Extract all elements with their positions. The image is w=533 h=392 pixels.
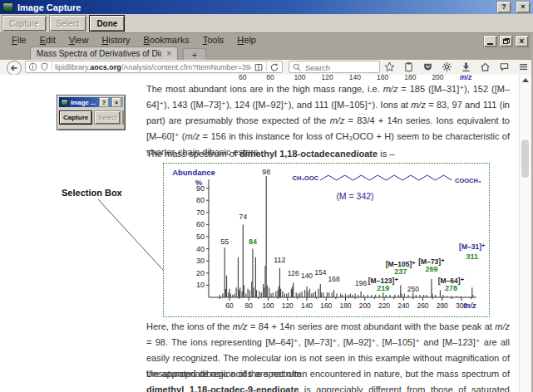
gear-icon[interactable]	[441, 61, 452, 72]
svg-text:237: 237	[394, 267, 407, 276]
capture-button[interactable]: Capture	[2, 15, 47, 32]
url-bar[interactable]: lipidlibrary.aocs.org/Analysis/content.c…	[25, 61, 283, 73]
menu-hamburger-icon[interactable]	[517, 61, 529, 72]
menu-file[interactable]: File	[5, 35, 33, 45]
svg-text:20: 20	[196, 269, 205, 277]
back-arrow-icon	[10, 64, 18, 72]
mini-button-row: Capture Select	[57, 109, 125, 126]
url-text: lipidlibrary.aocs.org/Analysis/content.c…	[55, 63, 251, 71]
svg-text:[M–31]⁺: [M–31]⁺	[459, 243, 486, 251]
select-button[interactable]: Select	[49, 15, 87, 32]
browser-window: File Edit View History Bookmarks Tools H…	[0, 33, 533, 392]
svg-text:55: 55	[220, 238, 229, 246]
svg-text:200: 200	[359, 301, 371, 310]
capture-help-button[interactable]: ?	[496, 1, 511, 13]
svg-text:[M–73]⁺: [M–73]⁺	[418, 257, 445, 266]
menu-history[interactable]: History	[95, 35, 136, 45]
top-axis-tick: 180	[404, 75, 416, 81]
tab-title: Mass Spectra of Derivatives of Dic...	[37, 49, 161, 58]
top-axis-tick: 160	[377, 75, 388, 81]
svg-text:250: 250	[407, 285, 419, 293]
reader-mode-icon[interactable]	[254, 62, 264, 72]
vertical-scrollbar[interactable]	[519, 75, 531, 392]
svg-text:100: 100	[262, 301, 274, 310]
scroll-up-arrow-icon[interactable]	[521, 76, 529, 83]
selection-box[interactable]: 1020304050607080906080100120140160180200…	[163, 163, 490, 317]
selection-callout-line	[91, 194, 171, 277]
screenshot-root: Image Capture ? × Capture Select Done Fi…	[0, 0, 533, 392]
svg-text:140: 140	[301, 272, 313, 280]
capture-close-button[interactable]: ×	[516, 1, 531, 13]
refresh-icon[interactable]	[269, 62, 279, 72]
mini-window-title: Image ...	[71, 99, 96, 106]
svg-text:260: 260	[417, 301, 428, 310]
new-tab-button[interactable]: +	[183, 48, 206, 61]
svg-text:280: 280	[437, 301, 448, 310]
svg-text:168: 168	[328, 275, 339, 283]
svg-text:80: 80	[245, 301, 254, 310]
svg-text:220: 220	[378, 301, 390, 310]
search-input[interactable]	[304, 61, 380, 74]
svg-text:COOCH₃: COOCH₃	[455, 177, 481, 184]
svg-text:160: 160	[320, 301, 332, 310]
menu-edit[interactable]: Edit	[33, 35, 62, 45]
top-axis-mz-label: m/z	[460, 75, 471, 81]
svg-text:240: 240	[397, 301, 409, 310]
svg-text:%: %	[195, 178, 203, 187]
svg-text:269: 269	[425, 265, 437, 273]
chat-bubble-icon[interactable]	[498, 61, 510, 72]
capture-window-titlebar[interactable]: Image Capture ? ×	[0, 0, 533, 14]
search-icon	[292, 62, 302, 72]
top-axis-tick: 200	[432, 75, 443, 81]
svg-text:154: 154	[314, 268, 326, 277]
svg-text:126: 126	[288, 269, 299, 277]
svg-text:[M–123]⁺: [M–123]⁺	[368, 277, 399, 285]
scrollbar-thumb[interactable]	[521, 140, 529, 178]
menu-view[interactable]: View	[62, 35, 96, 45]
bookmarks-clipboard-icon[interactable]	[402, 61, 414, 72]
svg-text:180: 180	[339, 301, 351, 310]
tab-mass-spectra[interactable]: Mass Spectra of Derivatives of Dic... ×	[30, 47, 178, 60]
mini-select-button[interactable]: Select	[94, 110, 121, 125]
svg-text:120: 120	[282, 301, 294, 310]
capture-toolbar: Capture Select Done	[0, 14, 533, 33]
svg-text:84: 84	[249, 238, 257, 246]
bookmark-star-icon[interactable]	[383, 61, 395, 72]
downloads-icon[interactable]	[460, 61, 471, 72]
svg-text:(M = 342): (M = 342)	[336, 191, 373, 201]
top-axis-tick: 140	[349, 75, 361, 81]
restore-icon	[503, 38, 510, 44]
mini-capture-window[interactable]: Image ... ? × Capture Select	[57, 95, 126, 130]
paragraph-unsaturated: Unsaturated dibasic acids are not often …	[146, 366, 510, 392]
mini-help-button[interactable]: ?	[99, 97, 109, 107]
menu-help[interactable]: Help	[230, 35, 263, 45]
svg-text:[M–105]⁺: [M–105]⁺	[386, 260, 417, 268]
menu-tools[interactable]: Tools	[196, 35, 231, 45]
done-button[interactable]: Done	[89, 15, 125, 32]
image-capture-app-icon	[2, 2, 13, 12]
url-divider2	[266, 62, 267, 71]
svg-text:60: 60	[225, 301, 234, 310]
mini-done-button-clipped[interactable]	[122, 110, 124, 125]
site-info-icon[interactable]	[28, 62, 37, 71]
pocket-icon[interactable]	[422, 61, 433, 72]
svg-text:[M–64]⁺: [M–64]⁺	[438, 277, 465, 285]
page-content: m/z 6080100120140160180200 The most abun…	[0, 75, 533, 392]
svg-text:70: 70	[196, 208, 205, 217]
svg-text:Abundance: Abundance	[172, 168, 215, 177]
mini-close-button[interactable]: ×	[111, 97, 121, 107]
top-axis-tick: 100	[294, 75, 305, 81]
menu-bookmarks[interactable]: Bookmarks	[137, 35, 196, 45]
svg-text:74: 74	[239, 213, 247, 221]
mini-window-titlebar[interactable]: Image ... ? ×	[59, 97, 123, 107]
back-button[interactable]	[7, 61, 22, 76]
svg-text:CH₃OOC: CH₃OOC	[293, 174, 319, 182]
mass-spectrum-svg: 1020304050607080906080100120140160180200…	[165, 166, 488, 314]
home-icon[interactable]	[479, 61, 491, 72]
tracking-shield-icon[interactable]	[40, 62, 49, 71]
browser-navbar: lipidlibrary.aocs.org/Analysis/content.c…	[0, 60, 533, 76]
search-bar[interactable]	[289, 61, 380, 73]
top-axis-tick: 80	[266, 75, 274, 81]
mini-capture-button[interactable]: Capture	[59, 110, 92, 125]
tab-close-icon[interactable]: ×	[166, 50, 171, 58]
